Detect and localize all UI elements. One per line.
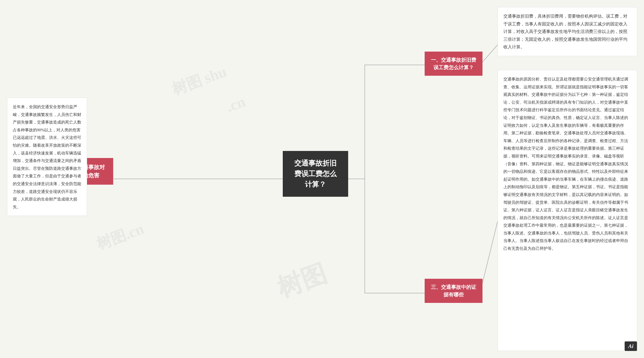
right-top-node: 一、交通事故折旧费误工费怎么计算？ <box>425 52 482 76</box>
right-bottom-node-label: 三、交通事故中的证据有哪些 <box>431 284 476 297</box>
right-top-text-content: 交通事故折旧费，具体折旧费用，需要物价机构评估。误工费，对于误工费，当事人有固定… <box>503 14 627 49</box>
right-bottom-text-content: 交通事故的原因分析、责任认定及处理都需要公安交通管理机关通过调查、收集、运用证据… <box>503 77 628 251</box>
svg-line-2 <box>480 45 498 65</box>
right-top-node-label: 一、交通事故折旧费误工费怎么计算？ <box>431 57 476 70</box>
left-text-box: 近年来，全国的交通安全形势日益严峻，交通事故频繁发生，人员伤亡和财产损失惨重，交… <box>7 98 87 216</box>
watermark-2: 树图.cn <box>94 219 147 255</box>
center-node: 交通事故折旧费误工费怎么计算？ <box>283 151 348 197</box>
right-top-text-box: 交通事故折旧费，具体折旧费用，需要物价机构评估。误工费，对于误工费，当事人有固定… <box>498 7 637 56</box>
right-bottom-text-box: 交通事故的原因分析、责任认定及处理都需要公安交通管理机关通过调查、收集、运用证据… <box>498 70 637 351</box>
ai-badge: Ai <box>625 341 637 351</box>
watermark-4: .cn <box>224 93 248 115</box>
right-bottom-node: 三、交通事故中的证据有哪些 <box>425 279 482 303</box>
watermark-1: 树图 shu <box>169 61 229 100</box>
watermark-3: 树图 <box>272 257 331 306</box>
ai-badge-label: Ai <box>628 343 633 349</box>
left-text-content: 近年来，全国的交通安全形势日益严峻，交通事故频繁发生，人员伤亡和财产损失惨重，交… <box>13 105 81 209</box>
center-node-label: 交通事故折旧费误工费怎么计算？ <box>294 159 337 188</box>
svg-line-3 <box>480 221 498 293</box>
